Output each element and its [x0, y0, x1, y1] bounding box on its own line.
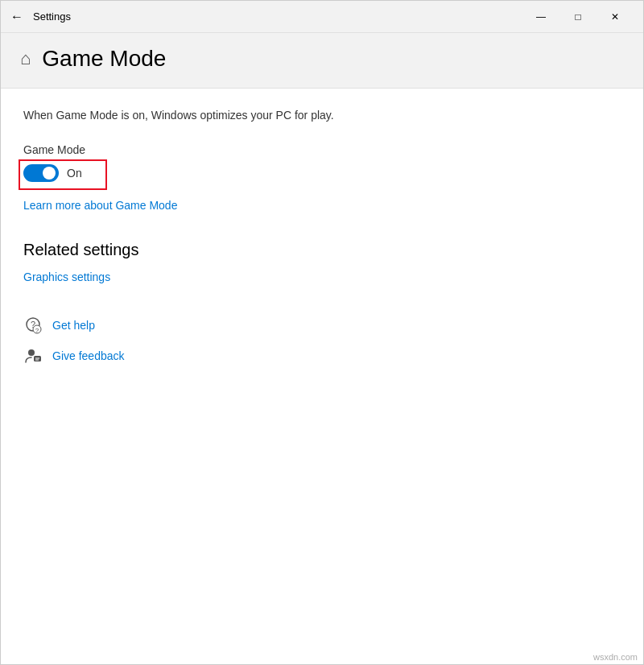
title-bar-title: Settings: [33, 10, 522, 23]
game-mode-toggle[interactable]: [23, 164, 59, 182]
give-feedback-icon: [23, 346, 43, 366]
toggle-state-label: On: [67, 167, 82, 180]
maximize-button[interactable]: □: [559, 1, 597, 33]
close-button[interactable]: ✕: [597, 1, 634, 33]
page-title: Game Mode: [42, 46, 166, 72]
window-controls: — □ ✕: [522, 1, 634, 33]
get-help-link[interactable]: Get help: [52, 319, 95, 332]
game-mode-toggle-row: On: [23, 164, 621, 182]
home-icon: ⌂: [20, 48, 31, 69]
svg-point-4: [28, 349, 35, 356]
minimize-button[interactable]: —: [522, 1, 559, 33]
description-text: When Game Mode is on, Windows optimizes …: [23, 108, 621, 124]
watermark: wsxdn.com: [593, 652, 638, 662]
get-help-icon: ? ?: [23, 316, 43, 335]
help-section: ? ? Get help: [23, 316, 621, 366]
main-content: When Game Mode is on, Windows optimizes …: [1, 89, 643, 664]
svg-text:?: ?: [35, 327, 39, 334]
settings-window: ← Settings — □ ✕ ⌂ Game Mode When Game M…: [0, 0, 644, 665]
game-mode-label: Game Mode: [23, 143, 621, 156]
page-header: ⌂ Game Mode: [1, 33, 643, 89]
get-help-item[interactable]: ? ? Get help: [23, 316, 621, 335]
title-bar: ← Settings — □ ✕: [1, 1, 643, 33]
related-settings-title: Related settings: [23, 241, 621, 259]
back-button[interactable]: ←: [10, 10, 23, 24]
give-feedback-link[interactable]: Give feedback: [52, 349, 125, 362]
graphics-settings-link[interactable]: Graphics settings: [23, 271, 621, 283]
give-feedback-item[interactable]: Give feedback: [23, 346, 621, 366]
learn-more-link[interactable]: Learn more about Game Mode: [23, 199, 177, 212]
